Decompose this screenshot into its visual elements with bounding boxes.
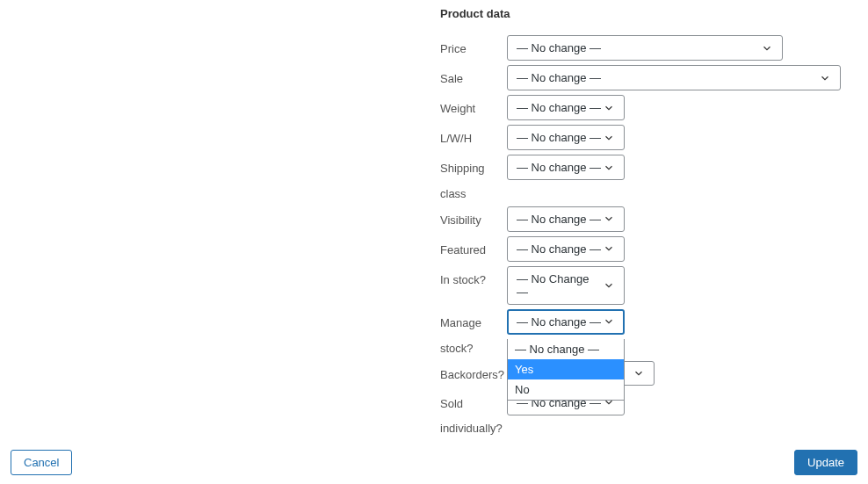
- select-lwh-value: — No change —: [517, 131, 601, 144]
- row-sale: Sale — No change —: [440, 65, 853, 90]
- footer: Cancel Update: [11, 450, 857, 475]
- select-sale-value: — No change —: [517, 71, 601, 84]
- select-visibility[interactable]: — No change —: [507, 206, 625, 232]
- chevron-down-icon: [603, 132, 615, 144]
- label-lwh: L/W/H: [440, 125, 503, 147]
- select-shipping-class-value: — No change —: [517, 161, 601, 174]
- select-in-stock[interactable]: — No Change —: [507, 266, 625, 305]
- product-data-form: Price — No change — Sale — No change — W…: [440, 35, 853, 441]
- label-weight: Weight: [440, 95, 503, 117]
- cancel-button[interactable]: Cancel: [11, 450, 72, 475]
- chevron-down-icon: [603, 315, 615, 328]
- dropdown-option-yes[interactable]: Yes: [508, 359, 624, 379]
- select-sale[interactable]: — No change —: [507, 65, 841, 90]
- label-manage-stock: Manage stock?: [440, 309, 503, 357]
- row-sold-individually: Sold individually? — No change —: [440, 390, 853, 437]
- chevron-down-icon: [603, 279, 615, 292]
- select-weight-value: — No change —: [517, 101, 601, 114]
- chevron-down-icon: [603, 102, 615, 114]
- manage-stock-dropdown: — No change — Yes No: [507, 339, 625, 401]
- row-manage-stock: Manage stock? — No change —: [440, 309, 853, 357]
- select-manage-stock-value: — No change —: [517, 315, 601, 329]
- chevron-down-icon: [603, 162, 615, 174]
- select-lwh[interactable]: — No change —: [507, 125, 625, 150]
- chevron-down-icon: [603, 242, 615, 255]
- label-shipping-class: Shipping class: [440, 155, 503, 202]
- row-price: Price — No change —: [440, 35, 853, 61]
- select-weight[interactable]: — No change —: [507, 95, 625, 120]
- label-price: Price: [440, 35, 503, 57]
- select-in-stock-value: — No Change —: [517, 272, 603, 299]
- row-in-stock: In stock? — No Change —: [440, 266, 853, 305]
- chevron-down-icon: [633, 367, 645, 379]
- chevron-down-icon: [761, 42, 773, 54]
- select-featured-value: — No change —: [517, 242, 601, 256]
- select-visibility-value: — No change —: [517, 213, 601, 226]
- row-weight: Weight — No change —: [440, 95, 853, 120]
- select-price-value: — No change —: [517, 41, 601, 54]
- row-shipping-class: Shipping class — No change —: [440, 155, 853, 202]
- label-in-stock: In stock?: [440, 266, 503, 288]
- dropdown-option-no[interactable]: No: [508, 379, 624, 400]
- select-shipping-class[interactable]: — No change —: [507, 155, 625, 180]
- row-featured: Featured — No change —: [440, 236, 853, 262]
- row-backorders: Backorders?: [440, 361, 853, 386]
- select-price[interactable]: — No change —: [507, 35, 783, 61]
- select-manage-stock[interactable]: — No change —: [507, 309, 625, 335]
- label-sold-individually: Sold individually?: [440, 390, 503, 437]
- chevron-down-icon: [819, 72, 831, 84]
- label-featured: Featured: [440, 236, 503, 258]
- select-featured[interactable]: — No change —: [507, 236, 625, 262]
- label-backorders: Backorders?: [440, 361, 503, 383]
- row-lwh: L/W/H — No change —: [440, 125, 853, 150]
- label-visibility: Visibility: [440, 206, 503, 228]
- dropdown-option-no-change[interactable]: — No change —: [508, 339, 624, 359]
- row-visibility: Visibility — No change —: [440, 206, 853, 232]
- update-button[interactable]: Update: [794, 450, 857, 475]
- section-title: Product data: [440, 7, 510, 20]
- chevron-down-icon: [603, 213, 615, 225]
- label-sale: Sale: [440, 65, 503, 87]
